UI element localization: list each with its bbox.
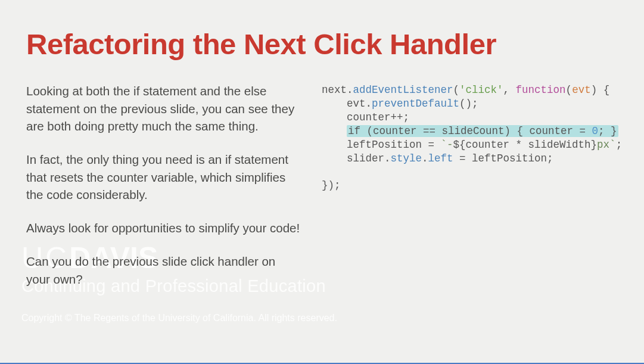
code-token: = leftPosition; bbox=[453, 153, 553, 164]
code-token: left bbox=[428, 153, 453, 164]
code-token: 'click' bbox=[459, 84, 503, 96]
code-token: leftPosition = bbox=[322, 139, 441, 151]
body-paragraph: Looking at both the if statement and the… bbox=[26, 82, 300, 135]
code-token: evt bbox=[572, 84, 591, 96]
body-paragraph: Can you do the previous slide click hand… bbox=[26, 253, 300, 288]
body-paragraph: Always look for opportunities to simplif… bbox=[26, 219, 300, 237]
code-token: ${counter * slideWidth} bbox=[453, 139, 598, 151]
code-token: ; bbox=[616, 139, 623, 151]
code-token: preventDefault bbox=[372, 98, 459, 110]
code-token: if (counter == slideCount) { counter = bbox=[348, 125, 592, 137]
code-token: . bbox=[422, 153, 428, 164]
body-column: Looking at both the if statement and the… bbox=[26, 82, 300, 303]
code-token: next. bbox=[322, 84, 353, 96]
code-token: addEventListener bbox=[353, 84, 453, 96]
body-paragraph: In fact, the only thing you need is an i… bbox=[26, 151, 300, 204]
code-column: next.addEventListener('click', function(… bbox=[322, 82, 622, 303]
code-block: next.addEventListener('click', function(… bbox=[322, 83, 622, 192]
code-token: function bbox=[516, 84, 566, 96]
slide-title: Refactoring the Next Click Handler bbox=[26, 29, 618, 61]
watermark-copyright: Copyright © The Regents of the Universit… bbox=[21, 313, 337, 323]
code-token: (); bbox=[459, 98, 478, 110]
code-token: evt. bbox=[322, 98, 372, 110]
code-token: slider. bbox=[322, 153, 391, 164]
code-token: ( bbox=[453, 84, 460, 96]
code-token: counter++; bbox=[322, 111, 409, 123]
code-token: ) { bbox=[591, 84, 610, 96]
code-token: ; } bbox=[598, 125, 617, 137]
code-token: }); bbox=[322, 179, 341, 191]
code-token: , bbox=[503, 84, 516, 96]
code-token bbox=[322, 125, 347, 137]
code-token: px` bbox=[597, 139, 616, 151]
code-token: style bbox=[391, 153, 422, 164]
code-token: `- bbox=[441, 139, 453, 151]
code-token: ( bbox=[566, 84, 573, 96]
code-token: 0 bbox=[592, 125, 599, 137]
highlighted-code: if (counter == slideCount) { counter = 0… bbox=[347, 125, 618, 137]
